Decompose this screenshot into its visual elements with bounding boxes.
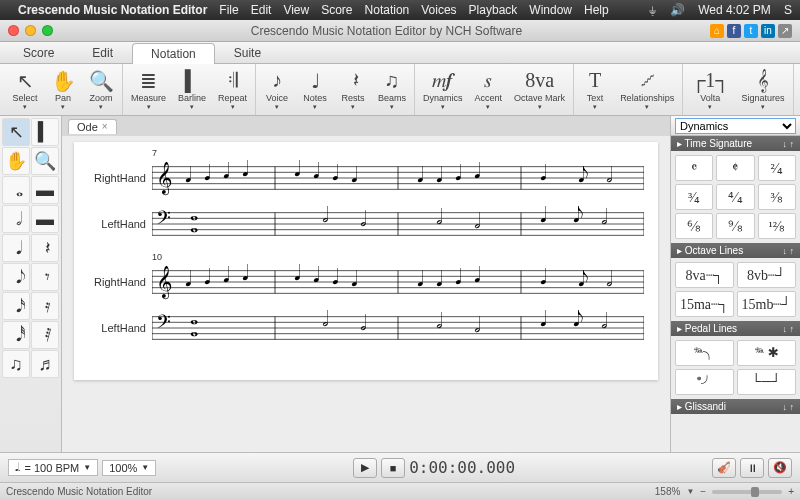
menu-file[interactable]: File (219, 3, 238, 17)
tempo-selector[interactable]: 𝅘𝅥 . = 100 BPM ▼ (8, 459, 98, 476)
tab-suite[interactable]: Suite (215, 42, 280, 63)
inspector-item[interactable]: 15ma┈┐ (675, 291, 734, 317)
inspector-section-header[interactable]: ▸ Glissandi↓ ↑ (671, 399, 800, 414)
volume-icon[interactable]: 🔊 (670, 3, 685, 17)
section-arrows-icon[interactable]: ↓ ↑ (782, 324, 794, 334)
toolbar-notes-button[interactable]: ♩Notes▾ (296, 67, 334, 113)
staff[interactable]: 10𝄞𝅘𝅥𝅘𝅥𝅘𝅥𝅘𝅥𝅘𝅥𝅘𝅥𝅘𝅥𝅘𝅥𝅘𝅥𝅘𝅥𝅘𝅥𝅘𝅥𝅘𝅥.𝅘𝅥𝅮𝅗𝅥 (152, 262, 644, 302)
toolbar-signatures-button[interactable]: 𝄞Signatures▾ (736, 67, 791, 113)
palette-tool[interactable]: 🔍 (31, 147, 59, 175)
tab-notation[interactable]: Notation (132, 43, 215, 64)
palette-tool[interactable]: 𝄿 (31, 292, 59, 320)
facebook-icon[interactable]: f (727, 24, 741, 38)
palette-tool[interactable]: ▍ (31, 118, 59, 146)
inspector-item[interactable]: 𝆮 ✱ (737, 340, 796, 366)
inspector-section-header[interactable]: ▸ Octave Lines↓ ↑ (671, 243, 800, 258)
stop-button[interactable]: ■ (381, 458, 405, 478)
volume-button[interactable]: 🔇 (768, 458, 792, 478)
toolbar-relationships-button[interactable]: 𝆱Relationships▾ (614, 67, 680, 113)
twitter-icon[interactable]: t (744, 24, 758, 38)
menu-edit[interactable]: Edit (251, 3, 272, 17)
menu-score[interactable]: Score (321, 3, 352, 17)
user-menu[interactable]: S (784, 3, 792, 17)
toolbar-volta-button[interactable]: ┌1┐Volta▾ (685, 67, 735, 113)
instrument-button[interactable]: 🎻 (712, 458, 736, 478)
toolbar-beams-button[interactable]: ♫Beams▾ (372, 67, 412, 113)
play-button[interactable]: ▶ (353, 458, 377, 478)
inspector-item[interactable]: ³⁄₈ (758, 184, 796, 210)
inspector-item[interactable]: 15mb┈┘ (737, 291, 796, 317)
inspector-item[interactable]: ⁴⁄₄ (716, 184, 754, 210)
toolbar-rests-button[interactable]: 𝄽Rests▾ (334, 67, 372, 113)
zoom-in-icon[interactable]: + (788, 486, 794, 497)
inspector-item[interactable]: └─┘ (737, 369, 796, 395)
palette-tool[interactable]: ♬ (31, 350, 59, 378)
mixer-button[interactable]: ⏸ (740, 458, 764, 478)
zoom-window-button[interactable] (42, 25, 53, 36)
toolbar-zoom-button[interactable]: 🔍Zoom▾ (82, 67, 120, 113)
wifi-icon[interactable]: ⏚ (649, 3, 656, 17)
inspector-item[interactable]: ³⁄₄ (675, 184, 713, 210)
menu-help[interactable]: Help (584, 3, 609, 17)
linkedin-icon[interactable]: in (761, 24, 775, 38)
inspector-dropdown[interactable]: Dynamics (675, 118, 796, 134)
inspector-category-select[interactable]: Dynamics (671, 116, 800, 136)
palette-tool[interactable]: 𝅘𝅥𝅮 (2, 263, 30, 291)
close-tab-icon[interactable]: × (102, 121, 108, 132)
toolbar-octave-mark-button[interactable]: 8vaOctave Mark▾ (508, 67, 571, 113)
inspector-section-header[interactable]: ▸ Pedal Lines↓ ↑ (671, 321, 800, 336)
palette-tool[interactable]: ✋ (2, 147, 30, 175)
palette-tool[interactable]: 𝅝 (2, 176, 30, 204)
toolbar-voice-button[interactable]: ♪Voice▾ (258, 67, 296, 113)
inspector-item[interactable]: 𝄴 (675, 155, 713, 181)
inspector-item[interactable]: 𝆯╯ (675, 369, 734, 395)
toolbar-dynamics-button[interactable]: 𝆐𝆑Dynamics▾ (417, 67, 469, 113)
section-arrows-icon[interactable]: ↓ ↑ (782, 139, 794, 149)
palette-tool[interactable]: ▬ (31, 176, 59, 204)
palette-tool[interactable]: 𝅘𝅥 (2, 234, 30, 262)
app-name[interactable]: Crescendo Music Notation Editor (18, 3, 207, 17)
palette-tool[interactable]: 𝄾 (31, 263, 59, 291)
staff[interactable]: 7𝄞𝅘𝅥𝅘𝅥𝅘𝅥𝅘𝅥𝅘𝅥𝅘𝅥𝅘𝅥𝅘𝅥𝅘𝅥𝅘𝅥𝅘𝅥𝅘𝅥𝅘𝅥.𝅘𝅥𝅮𝅗𝅥 (152, 158, 644, 198)
toolbar-select-button[interactable]: ↖Select▾ (6, 67, 44, 113)
toolbar-pan-button[interactable]: ✋Pan▾ (44, 67, 82, 113)
close-window-button[interactable] (8, 25, 19, 36)
section-arrows-icon[interactable]: ↓ ↑ (782, 246, 794, 256)
palette-tool[interactable]: ↖ (2, 118, 30, 146)
palette-tool[interactable]: ▬ (31, 205, 59, 233)
home-icon[interactable]: ⌂ (710, 24, 724, 38)
inspector-item[interactable]: 𝄵 (716, 155, 754, 181)
document-tab[interactable]: Ode × (68, 119, 117, 134)
menu-notation[interactable]: Notation (365, 3, 410, 17)
zoom-control[interactable]: 158% ▼ − + (655, 486, 794, 497)
inspector-item[interactable]: ²⁄₄ (758, 155, 796, 181)
tab-edit[interactable]: Edit (73, 42, 132, 63)
toolbar-text-button[interactable]: TText▾ (576, 67, 614, 113)
score-canvas[interactable]: RightHand7𝄞𝅘𝅥𝅘𝅥𝅘𝅥𝅘𝅥𝅘𝅥𝅘𝅥𝅘𝅥𝅘𝅥𝅘𝅥𝅘𝅥𝅘𝅥𝅘𝅥𝅘𝅥.𝅘𝅥… (62, 136, 670, 452)
palette-tool[interactable]: 𝅘𝅥𝅰 (2, 321, 30, 349)
menu-playback[interactable]: Playback (469, 3, 518, 17)
palette-tool[interactable]: 𝄽 (31, 234, 59, 262)
zoom-out-icon[interactable]: − (700, 486, 706, 497)
palette-tool[interactable]: 𝅗𝅥 (2, 205, 30, 233)
tab-score[interactable]: Score (4, 42, 73, 63)
inspector-item[interactable]: ⁶⁄₈ (675, 213, 713, 239)
inspector-item[interactable]: ⁹⁄₈ (716, 213, 754, 239)
minimize-window-button[interactable] (25, 25, 36, 36)
inspector-section-header[interactable]: ▸ Time Signature↓ ↑ (671, 136, 800, 151)
menu-voices[interactable]: Voices (421, 3, 456, 17)
palette-tool[interactable]: 𝅀 (31, 321, 59, 349)
staff[interactable]: 𝄢𝅝𝅝𝅗𝅥𝅗𝅥𝅗𝅥𝅗𝅥𝅘𝅥.𝅘𝅥𝅮𝅗𝅥 (152, 308, 644, 348)
palette-tool[interactable]: 𝅘𝅥𝅯 (2, 292, 30, 320)
toolbar-measure-button[interactable]: ≣Measure▾ (125, 67, 172, 113)
palette-tool[interactable]: ♫ (2, 350, 30, 378)
zoom-slider[interactable] (712, 490, 782, 494)
inspector-item[interactable]: 𝆮╮ (675, 340, 734, 366)
zoom-selector[interactable]: 100% ▼ (102, 460, 156, 476)
inspector-item[interactable]: 8vb┈┘ (737, 262, 796, 288)
staff[interactable]: 𝄢𝅝𝅝𝅗𝅥𝅗𝅥𝅗𝅥𝅗𝅥𝅘𝅥.𝅘𝅥𝅮𝅗𝅥 (152, 204, 644, 244)
section-arrows-icon[interactable]: ↓ ↑ (782, 402, 794, 412)
toolbar-accent-button[interactable]: 𝆍Accent▾ (469, 67, 509, 113)
share-icon[interactable]: ↗ (778, 24, 792, 38)
inspector-item[interactable]: 8va┈┐ (675, 262, 734, 288)
